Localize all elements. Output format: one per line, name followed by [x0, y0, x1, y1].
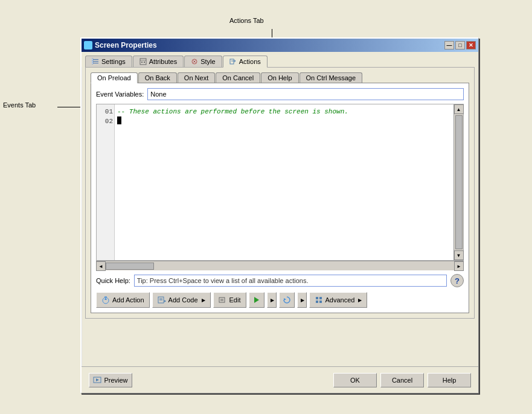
tab-on-ctrl-message[interactable]: On Ctrl Message — [300, 72, 363, 83]
tab-style-label: Style — [200, 58, 215, 65]
add-action-icon — [101, 296, 110, 304]
scroll-right-arrow[interactable]: ► — [454, 261, 464, 271]
tab-style[interactable]: Style — [184, 56, 222, 67]
main-tabs: Settings Attributes Style — [82, 52, 478, 67]
quick-help-row: Quick Help: ? — [96, 274, 464, 287]
tab-on-help[interactable]: On Help — [261, 72, 298, 83]
tab-on-preload[interactable]: On Preload — [91, 72, 138, 83]
line-num-1: 01 — [98, 107, 113, 116]
refresh-dropdown-button[interactable]: ▶ — [297, 292, 307, 308]
preview-button[interactable]: Preview — [89, 373, 132, 387]
event-variables-row: Event Variables: — [96, 88, 464, 100]
tab-on-cancel-label: On Cancel — [222, 74, 254, 81]
code-line-2 — [117, 116, 451, 127]
actions-tab-annotation-text: Actions Tab — [229, 17, 264, 24]
tab-on-preload-label: On Preload — [97, 74, 131, 81]
titlebar-title: Screen Properties — [84, 41, 157, 49]
maximize-button[interactable]: □ — [455, 41, 465, 49]
tab-on-ctrl-message-label: On Ctrl Message — [306, 74, 356, 81]
svg-rect-1 — [92, 61, 98, 62]
minimize-button[interactable]: — — [444, 41, 454, 49]
scroll-down-arrow[interactable]: ▼ — [454, 250, 464, 260]
tab-settings-label: Settings — [101, 58, 126, 65]
tab-on-cancel[interactable]: On Cancel — [216, 72, 260, 83]
tab-actions-label: Actions — [239, 58, 261, 65]
actions-tab-annotation: Actions Tab — [229, 17, 264, 24]
ok-button[interactable]: OK — [333, 373, 377, 387]
tab-settings[interactable]: Settings — [85, 56, 132, 67]
svg-rect-11 — [230, 59, 234, 64]
attributes-tab-icon — [139, 58, 147, 65]
advanced-dropdown-arrow: ▶ — [358, 298, 362, 303]
vertical-scrollbar[interactable]: ▲ ▼ — [453, 104, 463, 260]
tab-on-back[interactable]: On Back — [138, 72, 177, 83]
add-code-label: Add Code — [168, 296, 198, 304]
svg-marker-25 — [254, 297, 259, 303]
content-area: On Preload On Back On Next On Cancel On … — [85, 67, 475, 319]
help-label: Help — [443, 377, 457, 384]
dialog-icon — [84, 41, 92, 49]
svg-rect-2 — [92, 63, 98, 63]
scroll-h-track[interactable] — [106, 261, 454, 270]
cancel-label: Cancel — [392, 377, 412, 384]
inner-panel: Event Variables: 01 02 -- These actions … — [91, 83, 469, 313]
advanced-label: Advanced — [325, 296, 355, 304]
code-content[interactable]: -- These actions are performed before th… — [115, 104, 453, 260]
edit-button[interactable]: Edit — [213, 292, 246, 308]
quick-help-label: Quick Help: — [96, 277, 130, 284]
svg-marker-32 — [96, 378, 99, 381]
quick-help-button[interactable]: ? — [450, 274, 464, 287]
tab-on-next-label: On Next — [184, 74, 208, 81]
preview-label: Preview — [104, 377, 127, 384]
edit-svg — [219, 296, 227, 304]
scroll-left-arrow[interactable]: ◄ — [96, 261, 106, 271]
preview-icon — [93, 376, 101, 384]
tab-on-back-label: On Back — [145, 74, 170, 81]
advanced-button[interactable]: Advanced ▶ — [309, 292, 368, 308]
edit-label: Edit — [229, 296, 241, 304]
event-variables-input[interactable] — [147, 88, 464, 100]
titlebar: Screen Properties — □ ✕ — [82, 39, 478, 52]
svg-rect-3 — [92, 59, 93, 60]
add-action-label: Add Action — [112, 296, 144, 304]
quick-help-input — [134, 275, 447, 287]
dialog-footer: Preview OK Cancel Help — [82, 366, 478, 393]
advanced-icon — [315, 296, 323, 304]
tab-actions[interactable]: Actions — [223, 56, 268, 68]
run-button[interactable] — [249, 292, 264, 308]
add-code-svg — [158, 296, 166, 304]
event-variables-label: Event Variables: — [96, 91, 144, 98]
code-line-1: -- These actions are performed before th… — [117, 107, 451, 116]
svg-rect-28 — [319, 297, 322, 299]
add-action-button[interactable]: Add Action — [96, 292, 150, 308]
svg-marker-26 — [284, 298, 286, 301]
svg-rect-30 — [319, 301, 322, 303]
run-dropdown-button[interactable]: ▶ — [267, 292, 277, 308]
svg-rect-6 — [140, 59, 146, 65]
tab-attributes[interactable]: Attributes — [133, 56, 184, 67]
close-button[interactable]: ✕ — [466, 41, 476, 49]
scroll-h-thumb[interactable] — [106, 263, 154, 270]
quick-help-btn-label: ? — [455, 276, 460, 285]
code-editor[interactable]: 01 02 -- These actions are performed bef… — [96, 104, 464, 261]
cancel-button[interactable]: Cancel — [380, 373, 424, 387]
svg-rect-27 — [316, 297, 318, 299]
refresh-dropdown-arrow: ▶ — [301, 298, 304, 303]
events-tab-annotation-text: Events Tab — [3, 101, 36, 109]
svg-marker-21 — [164, 300, 166, 302]
run-icon — [252, 296, 261, 304]
refresh-button[interactable] — [279, 292, 295, 308]
line-numbers: 01 02 — [97, 104, 115, 260]
add-action-svg — [101, 296, 110, 304]
horizontal-scrollbar[interactable]: ◄ ► — [96, 261, 464, 270]
svg-rect-4 — [92, 60, 93, 62]
help-button[interactable]: Help — [428, 373, 471, 387]
dialog-title: Screen Properties — [95, 41, 157, 49]
svg-rect-29 — [316, 301, 318, 303]
scroll-up-arrow[interactable]: ▲ — [454, 104, 464, 114]
tab-on-next[interactable]: On Next — [178, 72, 215, 83]
scroll-thumb[interactable] — [455, 115, 463, 249]
tab-on-help-label: On Help — [268, 74, 292, 81]
add-code-dropdown-arrow: ▶ — [202, 298, 205, 303]
add-code-button[interactable]: Add Code ▶ — [152, 292, 211, 308]
